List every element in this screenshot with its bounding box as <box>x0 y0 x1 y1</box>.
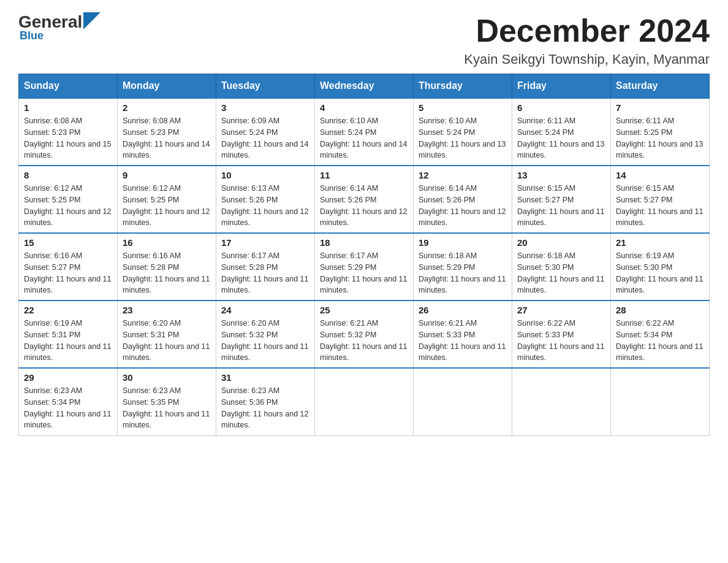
day-info: Sunrise: 6:16 AMSunset: 5:28 PMDaylight:… <box>123 250 211 296</box>
day-number: 3 <box>221 102 309 113</box>
calendar-day-cell <box>611 368 710 435</box>
calendar-day-cell: 2Sunrise: 6:08 AMSunset: 5:23 PMDaylight… <box>118 98 216 166</box>
calendar-table: SundayMondayTuesdayWednesdayThursdayFrid… <box>18 74 710 436</box>
calendar-week-row: 22Sunrise: 6:19 AMSunset: 5:31 PMDayligh… <box>19 301 710 368</box>
calendar-week-row: 29Sunrise: 6:23 AMSunset: 5:34 PMDayligh… <box>19 368 710 435</box>
day-info: Sunrise: 6:23 AMSunset: 5:36 PMDaylight:… <box>221 385 309 431</box>
calendar-day-cell: 9Sunrise: 6:12 AMSunset: 5:25 PMDaylight… <box>118 166 216 233</box>
day-info: Sunrise: 6:20 AMSunset: 5:31 PMDaylight:… <box>123 318 211 364</box>
day-number: 22 <box>24 305 112 315</box>
day-info: Sunrise: 6:08 AMSunset: 5:23 PMDaylight:… <box>24 115 112 161</box>
day-number: 11 <box>320 170 408 180</box>
header: General Blue December 2024 Kyain Seikgyi… <box>18 12 710 67</box>
day-info: Sunrise: 6:13 AMSunset: 5:26 PMDaylight:… <box>221 183 309 229</box>
day-number: 12 <box>419 170 507 180</box>
day-number: 20 <box>517 237 605 248</box>
calendar-week-row: 15Sunrise: 6:16 AMSunset: 5:27 PMDayligh… <box>19 233 710 301</box>
calendar-day-cell: 5Sunrise: 6:10 AMSunset: 5:24 PMDaylight… <box>414 98 512 166</box>
calendar-day-cell: 27Sunrise: 6:22 AMSunset: 5:33 PMDayligh… <box>512 301 611 368</box>
calendar-day-cell: 22Sunrise: 6:19 AMSunset: 5:31 PMDayligh… <box>19 301 118 368</box>
calendar-header-cell: Thursday <box>414 74 512 99</box>
day-info: Sunrise: 6:12 AMSunset: 5:25 PMDaylight:… <box>123 183 211 229</box>
calendar-day-cell: 6Sunrise: 6:11 AMSunset: 5:24 PMDaylight… <box>512 98 611 166</box>
calendar-body: 1Sunrise: 6:08 AMSunset: 5:23 PMDaylight… <box>19 98 710 435</box>
calendar-day-cell: 20Sunrise: 6:18 AMSunset: 5:30 PMDayligh… <box>512 233 611 301</box>
page-subtitle: Kyain Seikgyi Township, Kayin, Myanmar <box>464 52 710 67</box>
calendar-day-cell: 25Sunrise: 6:21 AMSunset: 5:32 PMDayligh… <box>315 301 414 368</box>
title-area: December 2024 Kyain Seikgyi Township, Ka… <box>464 12 710 67</box>
calendar-day-cell: 8Sunrise: 6:12 AMSunset: 5:25 PMDaylight… <box>19 166 118 233</box>
calendar-day-cell: 4Sunrise: 6:10 AMSunset: 5:24 PMDaylight… <box>315 98 414 166</box>
calendar-day-cell <box>512 368 611 435</box>
day-number: 30 <box>123 372 211 383</box>
day-number: 16 <box>123 237 211 248</box>
day-info: Sunrise: 6:19 AMSunset: 5:30 PMDaylight:… <box>616 250 704 296</box>
day-number: 8 <box>24 170 112 180</box>
calendar-day-cell: 11Sunrise: 6:14 AMSunset: 5:26 PMDayligh… <box>315 166 414 233</box>
calendar-week-row: 1Sunrise: 6:08 AMSunset: 5:23 PMDaylight… <box>19 98 710 166</box>
day-number: 15 <box>24 237 112 248</box>
day-info: Sunrise: 6:11 AMSunset: 5:24 PMDaylight:… <box>517 115 605 161</box>
day-info: Sunrise: 6:12 AMSunset: 5:25 PMDaylight:… <box>24 183 112 229</box>
day-info: Sunrise: 6:08 AMSunset: 5:23 PMDaylight:… <box>123 115 211 161</box>
calendar-day-cell: 15Sunrise: 6:16 AMSunset: 5:27 PMDayligh… <box>19 233 118 301</box>
calendar-day-cell: 29Sunrise: 6:23 AMSunset: 5:34 PMDayligh… <box>19 368 118 435</box>
day-info: Sunrise: 6:17 AMSunset: 5:29 PMDaylight:… <box>320 250 408 296</box>
calendar-day-cell: 28Sunrise: 6:22 AMSunset: 5:34 PMDayligh… <box>611 301 710 368</box>
calendar-header-row: SundayMondayTuesdayWednesdayThursdayFrid… <box>19 74 710 99</box>
day-info: Sunrise: 6:14 AMSunset: 5:26 PMDaylight:… <box>320 183 408 229</box>
day-info: Sunrise: 6:10 AMSunset: 5:24 PMDaylight:… <box>419 115 507 161</box>
calendar-day-cell: 23Sunrise: 6:20 AMSunset: 5:31 PMDayligh… <box>118 301 216 368</box>
calendar-day-cell: 10Sunrise: 6:13 AMSunset: 5:26 PMDayligh… <box>216 166 315 233</box>
day-number: 10 <box>221 170 309 180</box>
day-info: Sunrise: 6:18 AMSunset: 5:30 PMDaylight:… <box>517 250 605 296</box>
day-info: Sunrise: 6:17 AMSunset: 5:28 PMDaylight:… <box>221 250 309 296</box>
calendar-day-cell: 7Sunrise: 6:11 AMSunset: 5:25 PMDaylight… <box>611 98 710 166</box>
calendar-day-cell: 12Sunrise: 6:14 AMSunset: 5:26 PMDayligh… <box>414 166 512 233</box>
day-number: 18 <box>320 237 408 248</box>
calendar-header-cell: Monday <box>118 74 216 99</box>
day-number: 26 <box>419 305 507 315</box>
calendar-day-cell: 14Sunrise: 6:15 AMSunset: 5:27 PMDayligh… <box>611 166 710 233</box>
calendar-header-cell: Saturday <box>611 74 710 99</box>
day-number: 17 <box>221 237 309 248</box>
calendar-day-cell: 21Sunrise: 6:19 AMSunset: 5:30 PMDayligh… <box>611 233 710 301</box>
day-info: Sunrise: 6:15 AMSunset: 5:27 PMDaylight:… <box>517 183 605 229</box>
day-info: Sunrise: 6:22 AMSunset: 5:33 PMDaylight:… <box>517 318 605 364</box>
day-info: Sunrise: 6:19 AMSunset: 5:31 PMDaylight:… <box>24 318 112 364</box>
day-number: 31 <box>221 372 309 383</box>
day-number: 25 <box>320 305 408 315</box>
calendar-day-cell: 30Sunrise: 6:23 AMSunset: 5:35 PMDayligh… <box>118 368 216 435</box>
calendar-header-cell: Friday <box>512 74 611 99</box>
day-info: Sunrise: 6:18 AMSunset: 5:29 PMDaylight:… <box>419 250 507 296</box>
day-number: 24 <box>221 305 309 315</box>
calendar-day-cell: 19Sunrise: 6:18 AMSunset: 5:29 PMDayligh… <box>414 233 512 301</box>
logo-area: General Blue <box>18 12 100 42</box>
day-info: Sunrise: 6:21 AMSunset: 5:32 PMDaylight:… <box>320 318 408 364</box>
calendar-header-cell: Sunday <box>19 74 118 99</box>
day-number: 7 <box>616 102 704 113</box>
day-number: 27 <box>517 305 605 315</box>
day-info: Sunrise: 6:23 AMSunset: 5:34 PMDaylight:… <box>24 385 112 431</box>
day-info: Sunrise: 6:21 AMSunset: 5:33 PMDaylight:… <box>419 318 507 364</box>
calendar-day-cell <box>315 368 414 435</box>
day-info: Sunrise: 6:16 AMSunset: 5:27 PMDaylight:… <box>24 250 112 296</box>
day-info: Sunrise: 6:22 AMSunset: 5:34 PMDaylight:… <box>616 318 704 364</box>
day-number: 29 <box>24 372 112 383</box>
day-number: 1 <box>24 102 112 113</box>
day-info: Sunrise: 6:15 AMSunset: 5:27 PMDaylight:… <box>616 183 704 229</box>
day-info: Sunrise: 6:14 AMSunset: 5:26 PMDaylight:… <box>419 183 507 229</box>
day-number: 28 <box>616 305 704 315</box>
day-info: Sunrise: 6:23 AMSunset: 5:35 PMDaylight:… <box>123 385 211 431</box>
day-info: Sunrise: 6:11 AMSunset: 5:25 PMDaylight:… <box>616 115 704 161</box>
day-number: 4 <box>320 102 408 113</box>
day-number: 2 <box>123 102 211 113</box>
day-number: 13 <box>517 170 605 180</box>
day-number: 21 <box>616 237 704 248</box>
calendar-header-cell: Wednesday <box>315 74 414 99</box>
calendar-day-cell: 3Sunrise: 6:09 AMSunset: 5:24 PMDaylight… <box>216 98 315 166</box>
calendar-day-cell: 13Sunrise: 6:15 AMSunset: 5:27 PMDayligh… <box>512 166 611 233</box>
day-info: Sunrise: 6:09 AMSunset: 5:24 PMDaylight:… <box>221 115 309 161</box>
day-number: 9 <box>123 170 211 180</box>
day-number: 5 <box>419 102 507 113</box>
